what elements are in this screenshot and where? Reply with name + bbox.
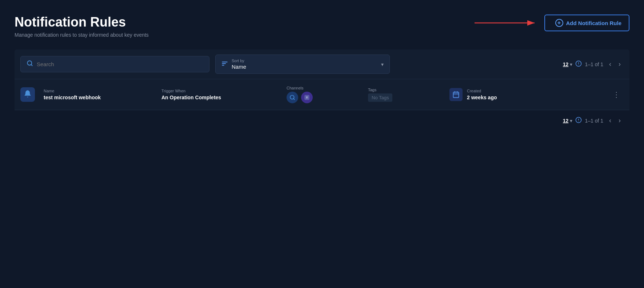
tags-column: Tags No Tags <box>368 88 441 102</box>
bottom-prev-button[interactable]: ‹ <box>606 116 614 125</box>
row-actions[interactable]: ⋮ <box>609 90 624 99</box>
search-input[interactable] <box>37 61 203 67</box>
per-page-number: 12 <box>563 61 569 67</box>
page-subtitle: Manage notification rules to stay inform… <box>15 32 149 38</box>
tags-label: Tags <box>368 88 441 92</box>
sort-value: Name <box>232 64 377 70</box>
add-notification-label: Add Notification Rule <box>566 20 622 26</box>
created-column: Created 2 weeks ago <box>449 88 600 101</box>
table-row[interactable]: Name test microsoft webhook Trigger When… <box>15 79 629 110</box>
bottom-per-page-count: 12 ▾ <box>563 118 573 124</box>
bell-icon <box>24 90 32 100</box>
created-info: Created 2 weeks ago <box>467 89 497 100</box>
svg-line-11 <box>293 99 295 100</box>
channel-icons-group: T <box>287 92 359 103</box>
next-page-button[interactable]: › <box>616 60 624 69</box>
svg-line-3 <box>31 64 32 65</box>
toolbar: Sort by Name ▾ 12 ▾ 1–1 of 1 ‹ › <box>15 49 629 79</box>
rule-icon <box>20 87 35 102</box>
search-box[interactable] <box>20 56 209 72</box>
search-icon <box>27 60 33 68</box>
search-channel-icon <box>287 92 298 103</box>
more-options-icon[interactable]: ⋮ <box>613 90 620 99</box>
chevron-down-icon: ▾ <box>381 61 384 67</box>
svg-rect-14 <box>453 92 459 97</box>
per-page-chevron[interactable]: ▾ <box>570 61 572 67</box>
svg-text:T: T <box>306 96 308 99</box>
rules-table: Name test microsoft webhook Trigger When… <box>15 79 629 110</box>
channels-column: Channels T <box>287 86 359 103</box>
trigger-column: Trigger When An Operation Completes <box>161 89 278 100</box>
name-column: Name test microsoft webhook <box>44 89 153 100</box>
page-header: Notification Rules Manage notification r… <box>15 15 629 38</box>
trigger-label: Trigger When <box>161 89 278 93</box>
created-label: Created <box>467 89 497 93</box>
pagination-nav: ‹ › <box>606 60 624 69</box>
add-notification-button[interactable]: + Add Notification Rule <box>544 15 630 31</box>
prev-page-button[interactable]: ‹ <box>606 60 614 69</box>
top-pagination: 12 ▾ 1–1 of 1 ‹ › <box>563 60 624 69</box>
bottom-per-page-chevron[interactable]: ▾ <box>570 118 572 124</box>
header-left: Notification Rules Manage notification r… <box>15 15 149 38</box>
red-arrow-annotation <box>475 17 540 28</box>
no-tags-badge: No Tags <box>368 93 392 102</box>
sort-dropdown[interactable]: Sort by Name ▾ <box>215 55 390 74</box>
bottom-pagination: 12 ▾ 1–1 of 1 ‹ › <box>15 110 629 131</box>
page-container: Notification Rules Manage notification r… <box>0 0 644 138</box>
per-page-count: 12 ▾ <box>563 61 573 67</box>
created-value: 2 weeks ago <box>467 95 497 100</box>
bottom-pagination-info: 1–1 of 1 <box>585 118 603 124</box>
sort-inner: Sort by Name <box>232 59 377 70</box>
help-icon[interactable] <box>575 60 582 68</box>
bottom-pagination-nav: ‹ › <box>606 116 624 125</box>
name-label: Name <box>44 89 153 93</box>
trigger-value: An Operation Completes <box>161 95 278 100</box>
calendar-icon <box>449 88 463 101</box>
add-button-area: + Add Notification Rule <box>475 15 630 31</box>
sort-label: Sort by <box>232 59 377 63</box>
page-title: Notification Rules <box>15 15 149 30</box>
sort-icon <box>221 60 228 68</box>
pagination-info-text: 1–1 of 1 <box>585 61 603 67</box>
bottom-help-icon[interactable] <box>575 117 582 125</box>
teams-channel-icon: T <box>301 92 313 103</box>
bottom-next-button[interactable]: › <box>616 116 624 125</box>
bottom-per-page-number: 12 <box>563 118 569 124</box>
name-value: test microsoft webhook <box>44 95 153 100</box>
plus-circle-icon: + <box>555 19 563 27</box>
channels-label: Channels <box>287 86 359 90</box>
